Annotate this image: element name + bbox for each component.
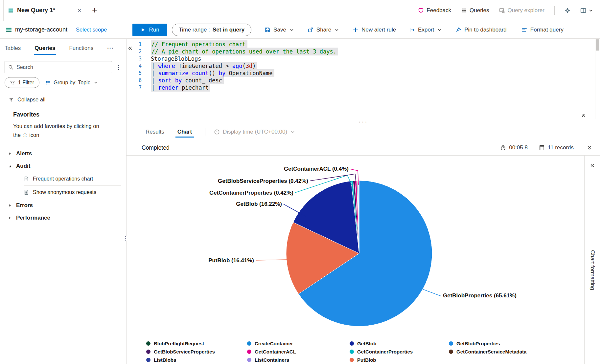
new-tab-button[interactable]: + bbox=[92, 5, 97, 15]
top-right-actions: Feedback Queries Query explorer bbox=[418, 6, 593, 15]
query-item[interactable]: Show anonymous requests bbox=[24, 186, 121, 199]
chevron-down-icon bbox=[437, 27, 442, 32]
caret-collapsed-icon bbox=[8, 203, 12, 207]
pie-label-GetContainerACL: GetContainerACL (0.4%) bbox=[284, 166, 349, 172]
share-button[interactable]: Share bbox=[308, 27, 339, 33]
legend-item-BlobPreflightRequest[interactable]: BlobPreflightRequest bbox=[146, 339, 215, 348]
query-tree: AlertsAuditFrequent operations chartShow… bbox=[0, 147, 126, 224]
query-tab[interactable]: New Query 1* × bbox=[3, 0, 86, 21]
scope-name: my-storage-account bbox=[15, 26, 67, 33]
legend-item-PutBlob[interactable]: PutBlob bbox=[350, 356, 413, 364]
export-button[interactable]: Export bbox=[409, 27, 442, 33]
collapse-all-label: Collapse all bbox=[17, 96, 45, 103]
results-body: GetBlobProperties (65.61%)PutBlob (16.41… bbox=[127, 156, 600, 364]
expand-chart-formatting-icon[interactable] bbox=[590, 163, 595, 168]
legend-item-GetBlobProperties[interactable]: GetBlobProperties bbox=[449, 339, 526, 348]
scrollbar-thumb[interactable] bbox=[596, 39, 599, 51]
query-editor[interactable]: 1234567 // Frequent operations chart// A… bbox=[127, 39, 600, 119]
collapse-all-icon bbox=[9, 97, 14, 102]
heart-icon bbox=[418, 8, 424, 13]
collapse-editor-button[interactable] bbox=[581, 113, 586, 118]
legend-dot bbox=[146, 350, 150, 354]
save-label: Save bbox=[273, 27, 286, 33]
time-range-picker[interactable]: Time range : Set in query bbox=[172, 24, 251, 36]
legend-item-ListBlobs[interactable]: ListBlobs bbox=[146, 356, 215, 364]
results-tab-bar: Results Chart Display time (UTC+00:00) bbox=[127, 124, 600, 140]
legend-item-ListContainers[interactable]: ListContainers bbox=[247, 356, 296, 364]
feedback-button[interactable]: Feedback bbox=[418, 7, 451, 14]
query-explorer-button[interactable]: Query explorer bbox=[499, 7, 544, 14]
search-input[interactable] bbox=[16, 64, 108, 70]
chart-legend: BlobPreflightRequestGetBlobServiceProper… bbox=[127, 337, 584, 364]
record-count: 11 records bbox=[539, 144, 574, 151]
group-label: Errors bbox=[16, 202, 33, 209]
code-line: | summarize count() by OperationName bbox=[151, 70, 600, 77]
pie-label-GetContainerProperties: GetContainerProperties (0.42%) bbox=[209, 190, 293, 196]
schema-sidebar: TablesQueriesFunctions··· ⋮ 1 Filter bbox=[0, 39, 127, 364]
sidebar-tab-tables[interactable]: Tables bbox=[5, 39, 21, 58]
sidebar-group-errors[interactable]: Errors bbox=[0, 199, 126, 212]
close-tab-icon[interactable]: × bbox=[78, 7, 81, 13]
search-box[interactable] bbox=[5, 61, 112, 73]
code-line: | sort by count_ desc bbox=[151, 77, 600, 84]
pin-to-dashboard-button[interactable]: Pin to dashboard bbox=[455, 27, 507, 33]
content-panel: 1234567 // Frequent operations chart// A… bbox=[127, 39, 600, 364]
display-time-dropdown[interactable]: Display time (UTC+00:00) bbox=[214, 129, 295, 135]
new-alert-rule-button[interactable]: New alert rule bbox=[353, 27, 396, 33]
legend-item-GetBlobServiceProperties[interactable]: GetBlobServiceProperties bbox=[146, 348, 215, 356]
search-options-icon[interactable]: ⋮ bbox=[115, 64, 122, 70]
run-button[interactable]: Run bbox=[132, 24, 167, 36]
legend-label: GetContainerACL bbox=[255, 349, 296, 354]
tab-title: New Query 1* bbox=[17, 7, 55, 14]
legend-label: GetBlobProperties bbox=[456, 341, 500, 346]
run-label: Run bbox=[149, 27, 159, 33]
sidebar-tab-queries[interactable]: Queries bbox=[35, 39, 55, 58]
legend-item-CreateContainer[interactable]: CreateContainer bbox=[247, 339, 296, 348]
more-tabs-icon[interactable]: ··· bbox=[107, 45, 114, 52]
share-icon bbox=[308, 27, 313, 33]
layout-button[interactable] bbox=[580, 8, 593, 13]
format-query-button[interactable]: Format query bbox=[521, 27, 564, 33]
line-number: 5 bbox=[127, 70, 142, 77]
chevron-down-icon bbox=[290, 129, 295, 135]
line-number: 1 bbox=[127, 41, 142, 48]
save-button[interactable]: Save bbox=[265, 27, 294, 33]
legend-label: CreateContainer bbox=[255, 341, 293, 346]
line-number: 6 bbox=[127, 77, 142, 84]
query-tab-icon bbox=[8, 8, 13, 13]
chart-formatting-label[interactable]: Chart formatting bbox=[589, 250, 596, 290]
collapse-all-button[interactable]: Collapse all bbox=[9, 96, 126, 103]
legend-item-GetContainerProperties[interactable]: GetContainerProperties bbox=[350, 348, 413, 356]
plus-icon bbox=[353, 27, 358, 33]
tab-chart[interactable]: Chart bbox=[177, 124, 192, 140]
sidebar-tab-functions[interactable]: Functions bbox=[69, 39, 93, 58]
query-item[interactable]: Frequent operations chart bbox=[24, 172, 121, 186]
display-time-label: Display time (UTC+00:00) bbox=[223, 129, 287, 135]
filter-pill[interactable]: 1 Filter bbox=[5, 77, 39, 88]
group-label: Alerts bbox=[16, 150, 32, 157]
scope-section: my-storage-account Select scope bbox=[0, 26, 127, 33]
tab-results[interactable]: Results bbox=[146, 124, 164, 140]
legend-item-GetContainerServiceMetadata[interactable]: GetContainerServiceMetadata bbox=[449, 348, 526, 356]
gear-icon[interactable] bbox=[565, 8, 570, 13]
legend-dot bbox=[350, 341, 354, 346]
legend-item-GetContainerACL[interactable]: GetContainerACL bbox=[247, 348, 296, 356]
legend-label: PutBlob bbox=[357, 357, 376, 363]
select-scope-link[interactable]: Select scope bbox=[76, 27, 107, 33]
double-chevron-down-icon bbox=[587, 145, 592, 150]
sidebar-group-audit[interactable]: Audit bbox=[0, 160, 126, 172]
sidebar-group-alerts[interactable]: Alerts bbox=[0, 147, 126, 160]
legend-dot bbox=[350, 350, 354, 354]
group-label: Performance bbox=[16, 215, 50, 221]
legend-item-GetBlob[interactable]: GetBlob bbox=[350, 339, 413, 348]
queries-button[interactable]: Queries bbox=[461, 7, 489, 14]
splitter-handle[interactable]: ··· bbox=[127, 119, 600, 124]
code-line: StorageBlobLogs bbox=[151, 55, 600, 62]
code-area[interactable]: // Frequent operations chart// A pie cha… bbox=[148, 39, 600, 119]
collapse-results-button[interactable] bbox=[587, 145, 592, 150]
editor-scrollbar[interactable] bbox=[595, 39, 600, 119]
group-by-dropdown[interactable]: Group by: Topic bbox=[45, 80, 99, 86]
time-range-value: Set in query bbox=[213, 27, 244, 33]
sidebar-group-performance[interactable]: Performance bbox=[0, 212, 126, 224]
new-alert-rule-label: New alert rule bbox=[361, 27, 396, 33]
